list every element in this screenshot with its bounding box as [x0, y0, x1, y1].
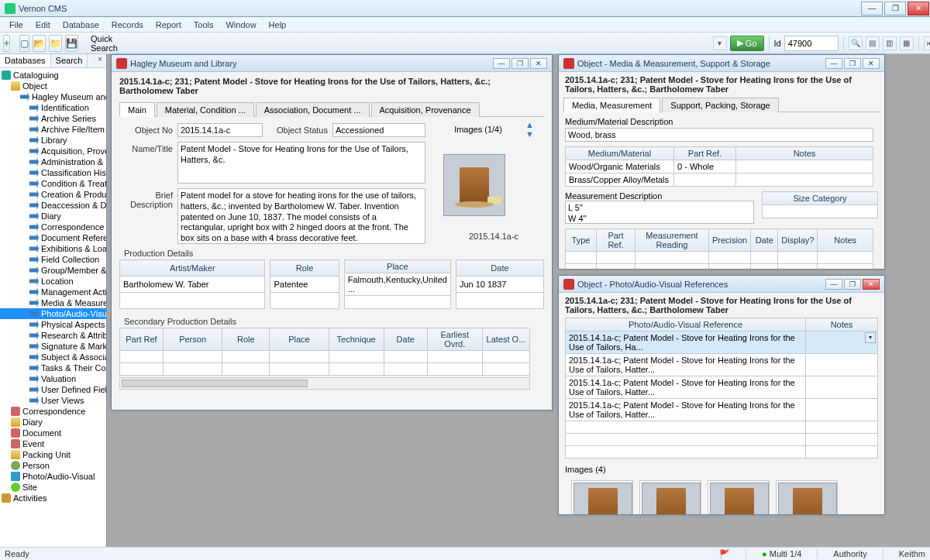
tool-icon-3[interactable]: ▥	[883, 36, 897, 50]
tree-node[interactable]: Archive Series	[0, 113, 106, 124]
win-close[interactable]: ✕	[863, 58, 880, 69]
prod-date[interactable]: Jun 10 1837	[456, 277, 543, 293]
field-mmdesc[interactable]: Wood, brass	[565, 128, 873, 142]
minimize-button[interactable]: —	[861, 2, 883, 15]
maximize-button[interactable]: ❐	[884, 2, 906, 15]
tree-node[interactable]: Correspondence History	[0, 222, 106, 232]
tree-node[interactable]: Site	[0, 482, 106, 493]
window-object-main[interactable]: Hagley Museum and Library — ❐ ✕ 2015.14.…	[111, 54, 553, 411]
tree-node[interactable]: Research & Attribution	[0, 330, 106, 341]
tree[interactable]: CataloguingObjectHagley Museum and Libra…	[0, 68, 106, 547]
ref-row[interactable]: 2015.14.1a-c; Patent Model - Stove for H…	[566, 399, 878, 421]
nav-first[interactable]: ⏮	[924, 36, 930, 50]
image-thumbnail[interactable]	[443, 154, 505, 216]
id-input[interactable]	[784, 36, 839, 51]
tree-node[interactable]: User Views	[0, 395, 106, 406]
image-card[interactable]: 2015.14.1a-c	[639, 480, 701, 514]
prod-artist[interactable]: Bartholomew W. Taber	[120, 277, 265, 293]
tab-association[interactable]: Association, Document ...	[256, 102, 370, 117]
menu-report[interactable]: Report	[150, 19, 188, 31]
tree-node[interactable]: Event	[0, 438, 106, 449]
tree-node[interactable]: Object	[0, 81, 106, 91]
tree-node[interactable]: Creation & Production	[0, 189, 106, 200]
tree-node[interactable]: Library	[0, 135, 106, 146]
secondary-scroll[interactable]	[119, 377, 530, 390]
menu-database[interactable]: Database	[57, 19, 105, 31]
tree-node[interactable]: Deaccession & Disposal	[0, 200, 106, 211]
ref-row[interactable]: 2015.14.1a-c; Patent Model - Stove for H…	[566, 332, 878, 354]
menu-file[interactable]: File	[3, 19, 29, 31]
menu-tools[interactable]: Tools	[188, 19, 220, 31]
field-name-title[interactable]: Patent Model - Stove for Heating Irons f…	[177, 142, 425, 184]
win-min[interactable]: —	[493, 58, 510, 69]
field-object-no[interactable]	[177, 123, 263, 137]
image-card[interactable]: 2015.14.1a-c	[776, 480, 838, 514]
ref-row[interactable]: 2015.14.1a-c; Patent Model - Stove for H…	[566, 354, 878, 376]
tree-node[interactable]: User Defined Fields	[0, 384, 106, 395]
tool-icon-4[interactable]: ▦	[900, 36, 914, 50]
tree-node[interactable]: Physical Aspects	[0, 319, 106, 330]
tree-node[interactable]: Field Collection	[0, 254, 106, 265]
open-folder2-button[interactable]: 📁	[49, 35, 62, 52]
tree-node[interactable]: Activities	[0, 493, 106, 503]
quicksearch-input[interactable]	[143, 36, 710, 51]
image-card[interactable]: 2015.14.1a-c	[708, 480, 770, 514]
tree-node[interactable]: Classification History	[0, 167, 106, 178]
win-max[interactable]: ❐	[844, 279, 861, 290]
dropdown-icon[interactable]: ▾	[713, 36, 727, 50]
tree-node[interactable]: Location	[0, 276, 106, 287]
menu-records[interactable]: Records	[105, 19, 150, 31]
tree-node[interactable]: Valuation	[0, 373, 106, 384]
field-object-status[interactable]	[332, 123, 425, 137]
tree-node[interactable]: Cataloguing	[0, 70, 106, 81]
open-folder-button[interactable]: 📂	[33, 35, 46, 52]
tree-tab-search[interactable]: Search	[51, 54, 88, 67]
tab-material[interactable]: Material, Condition ...	[157, 102, 254, 117]
tree-node[interactable]: Photo/Audio-Visual Refere	[0, 308, 106, 319]
win-max[interactable]: ❐	[844, 58, 861, 69]
tree-node[interactable]: Tasks & Their Costs	[0, 362, 106, 373]
tree-node[interactable]: Group/Member & Related	[0, 265, 106, 276]
field-size-cat[interactable]	[763, 205, 878, 218]
tree-node[interactable]: Photo/Audio-Visual	[0, 471, 106, 482]
tree-node[interactable]: Person	[0, 460, 106, 471]
field-meas-desc[interactable]: L 5" W 4"	[565, 201, 754, 224]
status-authority[interactable]: Authority	[833, 549, 866, 558]
tree-node[interactable]: Acquisition, Provenance &	[0, 146, 106, 156]
win-close[interactable]: ✕	[863, 279, 880, 290]
win-min[interactable]: —	[825, 279, 842, 290]
tree-node[interactable]: Subject & Association	[0, 352, 106, 362]
new-record-button[interactable]: +	[3, 35, 10, 52]
ref-row[interactable]: 2015.14.1a-c; Patent Model - Stove for H…	[566, 376, 878, 399]
tree-node[interactable]: Administration & Risk Asse	[0, 156, 106, 167]
menu-help[interactable]: Help	[263, 19, 293, 31]
field-brief-desc[interactable]: Patent model for a stove for heating iro…	[177, 188, 425, 244]
tree-node[interactable]: Signature & Marks	[0, 341, 106, 352]
win-min[interactable]: —	[825, 58, 842, 69]
tree-node[interactable]: Packing Unit	[0, 449, 106, 460]
save-button[interactable]: 💾	[65, 35, 78, 52]
window-media-measurement[interactable]: Object - Media & Measurement, Support & …	[558, 54, 885, 270]
tree-node[interactable]: Document References	[0, 232, 106, 243]
image-card[interactable]: 2015.14.1a-c	[571, 480, 633, 514]
tree-node[interactable]: Archive File/Item	[0, 124, 106, 135]
win-max[interactable]: ❐	[512, 58, 529, 69]
close-button[interactable]: ✕	[908, 2, 929, 15]
menu-edit[interactable]: Edit	[29, 19, 57, 31]
tree-node[interactable]: Hagley Museum and Libra	[0, 91, 106, 102]
prod-role[interactable]: Patentee	[270, 277, 339, 293]
tab-acquisition[interactable]: Acquisition, Provenance	[371, 102, 480, 117]
tree-node[interactable]: Diary	[0, 417, 106, 428]
tree-node[interactable]: Identification	[0, 102, 106, 113]
tree-node[interactable]: Correspondence	[0, 406, 106, 417]
menu-window[interactable]: Window	[219, 19, 262, 31]
blank-doc-button[interactable]: ▢	[19, 35, 29, 52]
tree-node[interactable]: Document	[0, 428, 106, 438]
tree-node[interactable]: Media & Measurement, Su	[0, 297, 106, 308]
window-photo-av[interactable]: Object - Photo/Audio-Visual References —…	[558, 275, 885, 515]
tab-main[interactable]: Main	[119, 102, 155, 117]
tool-icon-2[interactable]: ▤	[866, 36, 880, 50]
tree-tab-databases[interactable]: Databases	[0, 54, 51, 67]
tab-support-packing[interactable]: Support, Packing, Storage	[662, 98, 778, 112]
tree-node[interactable]: Management Activities	[0, 287, 106, 297]
